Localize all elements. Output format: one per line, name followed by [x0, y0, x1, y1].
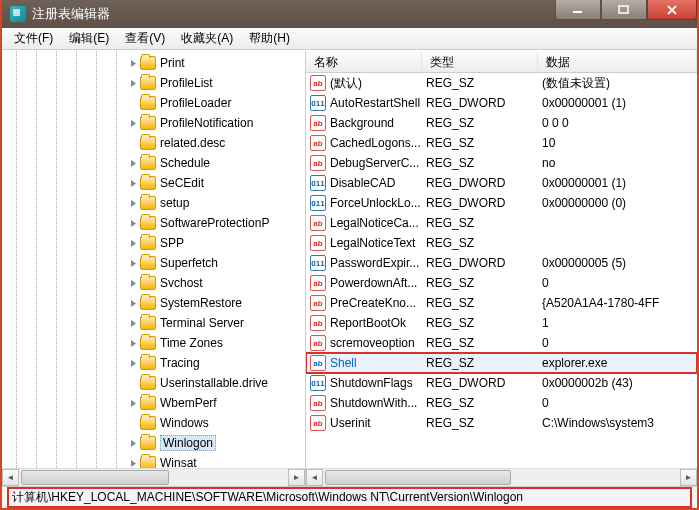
value-row[interactable]: abReportBootOkREG_SZ1 — [306, 313, 697, 333]
column-type[interactable]: 类型 — [422, 51, 538, 72]
expand-icon[interactable] — [128, 358, 138, 368]
tree-item[interactable]: Schedule — [2, 153, 305, 173]
folder-icon — [140, 96, 156, 110]
value-type: REG_DWORD — [422, 96, 538, 110]
close-button[interactable] — [647, 0, 697, 20]
column-data[interactable]: 数据 — [538, 51, 697, 72]
values-pane[interactable]: 名称 类型 数据 ab(默认)REG_SZ(数值未设置)011AutoResta… — [306, 51, 697, 486]
tree-item[interactable]: Svchost — [2, 273, 305, 293]
tree-item[interactable]: Windows — [2, 413, 305, 433]
value-row[interactable]: abPreCreateKno...REG_SZ{A520A1A4-1780-4F… — [306, 293, 697, 313]
value-type: REG_SZ — [422, 236, 538, 250]
value-row[interactable]: abLegalNoticeCa...REG_SZ — [306, 213, 697, 233]
tree-item[interactable]: WbemPerf — [2, 393, 305, 413]
tree-item[interactable]: Userinstallable.drive — [2, 373, 305, 393]
menu-help[interactable]: 帮助(H) — [241, 28, 298, 49]
expand-icon[interactable] — [128, 58, 138, 68]
tree-item[interactable]: Tracing — [2, 353, 305, 373]
string-value-icon: ab — [310, 115, 326, 131]
window-title: 注册表编辑器 — [32, 5, 110, 23]
leaf-icon — [128, 98, 138, 108]
tree-item[interactable]: Time Zones — [2, 333, 305, 353]
value-row[interactable]: 011DisableCADREG_DWORD0x00000001 (1) — [306, 173, 697, 193]
expand-icon[interactable] — [128, 178, 138, 188]
menu-bar: 文件(F) 编辑(E) 查看(V) 收藏夹(A) 帮助(H) — [2, 28, 697, 50]
menu-edit[interactable]: 编辑(E) — [61, 28, 117, 49]
tree-pane[interactable]: PrintProfileListProfileLoaderProfileNoti… — [2, 51, 306, 486]
expand-icon[interactable] — [128, 78, 138, 88]
folder-icon — [140, 356, 156, 370]
tree-item[interactable]: SPP — [2, 233, 305, 253]
minimize-button[interactable] — [555, 0, 601, 20]
expand-icon[interactable] — [128, 458, 138, 468]
scroll-right-button[interactable]: ► — [680, 469, 697, 486]
value-name: DisableCAD — [330, 176, 395, 190]
value-data: 0x00000000 (0) — [538, 196, 697, 210]
tree-item[interactable]: SeCEdit — [2, 173, 305, 193]
expand-icon[interactable] — [128, 318, 138, 328]
scroll-left-button[interactable]: ◄ — [306, 469, 323, 486]
value-row[interactable]: abUserinitREG_SZC:\Windows\system3 — [306, 413, 697, 433]
tree-item[interactable]: ProfileLoader — [2, 93, 305, 113]
tree-item[interactable]: related.desc — [2, 133, 305, 153]
scroll-track[interactable] — [323, 469, 680, 486]
expand-icon[interactable] — [128, 278, 138, 288]
scroll-thumb[interactable] — [325, 470, 511, 485]
window-titlebar[interactable]: 注册表编辑器 — [2, 0, 697, 28]
value-row[interactable]: ab(默认)REG_SZ(数值未设置) — [306, 73, 697, 93]
scroll-left-button[interactable]: ◄ — [2, 469, 19, 486]
expand-icon[interactable] — [128, 218, 138, 228]
menu-favorites[interactable]: 收藏夹(A) — [173, 28, 241, 49]
value-row[interactable]: abLegalNoticeTextREG_SZ — [306, 233, 697, 253]
status-path: 计算机\HKEY_LOCAL_MACHINE\SOFTWARE\Microsof… — [8, 488, 691, 507]
value-data: 1 — [538, 316, 697, 330]
tree-horizontal-scrollbar[interactable]: ◄ ► — [2, 468, 305, 486]
value-row[interactable]: 011PasswordExpir...REG_DWORD0x00000005 (… — [306, 253, 697, 273]
value-row[interactable]: abShellREG_SZexplorer.exe — [306, 353, 697, 373]
value-row[interactable]: abPowerdownAft...REG_SZ0 — [306, 273, 697, 293]
expand-icon[interactable] — [128, 198, 138, 208]
scroll-thumb[interactable] — [21, 470, 169, 485]
value-row[interactable]: abDebugServerC...REG_SZno — [306, 153, 697, 173]
value-name-cell: abLegalNoticeText — [306, 235, 422, 251]
value-row[interactable]: abCachedLogons...REG_SZ10 — [306, 133, 697, 153]
menu-file[interactable]: 文件(F) — [6, 28, 61, 49]
value-row[interactable]: 011AutoRestartShellREG_DWORD0x00000001 (… — [306, 93, 697, 113]
tree-item[interactable]: Terminal Server — [2, 313, 305, 333]
expand-icon[interactable] — [128, 398, 138, 408]
column-name[interactable]: 名称 — [306, 51, 422, 72]
value-name-cell: abShutdownWith... — [306, 395, 422, 411]
expand-icon[interactable] — [128, 338, 138, 348]
value-row[interactable]: abscremoveoptionREG_SZ0 — [306, 333, 697, 353]
tree-item[interactable]: Print — [2, 53, 305, 73]
tree-item-label: Tracing — [160, 356, 200, 370]
maximize-button[interactable] — [601, 0, 647, 20]
tree-item[interactable]: ProfileNotification — [2, 113, 305, 133]
values-horizontal-scrollbar[interactable]: ◄ ► — [306, 468, 697, 486]
tree-item[interactable]: Superfetch — [2, 253, 305, 273]
value-row[interactable]: 011ShutdownFlagsREG_DWORD0x0000002b (43) — [306, 373, 697, 393]
expand-icon[interactable] — [128, 258, 138, 268]
expand-icon[interactable] — [128, 118, 138, 128]
tree-item[interactable]: Winlogon — [2, 433, 305, 453]
value-row[interactable]: abShutdownWith...REG_SZ0 — [306, 393, 697, 413]
tree-item[interactable]: SystemRestore — [2, 293, 305, 313]
expand-icon[interactable] — [128, 298, 138, 308]
value-type: REG_DWORD — [422, 256, 538, 270]
value-name-cell: 011AutoRestartShell — [306, 95, 422, 111]
expand-icon[interactable] — [128, 158, 138, 168]
string-value-icon: ab — [310, 215, 326, 231]
tree-item[interactable]: setup — [2, 193, 305, 213]
tree-item[interactable]: ProfileList — [2, 73, 305, 93]
value-row[interactable]: 011ForceUnlockLo...REG_DWORD0x00000000 (… — [306, 193, 697, 213]
tree-item[interactable]: SoftwareProtectionP — [2, 213, 305, 233]
scroll-track[interactable] — [19, 469, 288, 486]
expand-icon[interactable] — [128, 238, 138, 248]
folder-icon — [140, 296, 156, 310]
scroll-right-button[interactable]: ► — [288, 469, 305, 486]
folder-icon — [140, 396, 156, 410]
value-name: AutoRestartShell — [330, 96, 420, 110]
expand-icon[interactable] — [128, 438, 138, 448]
menu-view[interactable]: 查看(V) — [117, 28, 173, 49]
value-row[interactable]: abBackgroundREG_SZ0 0 0 — [306, 113, 697, 133]
